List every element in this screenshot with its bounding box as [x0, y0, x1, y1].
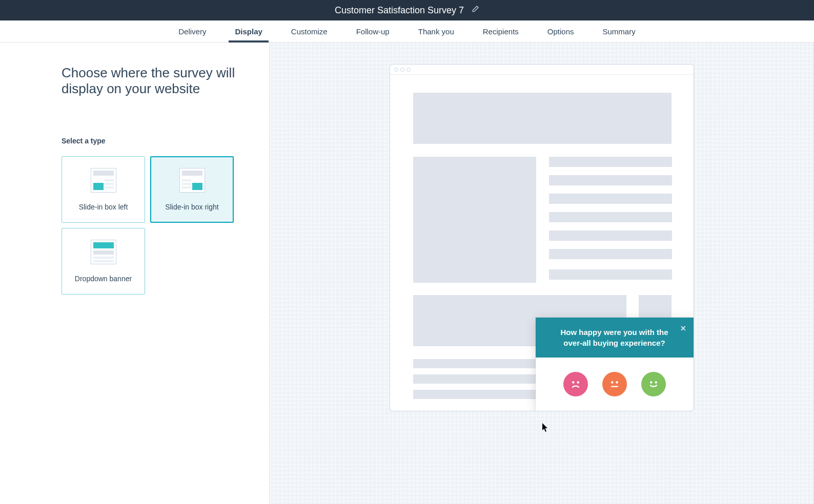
browser-chrome: [390, 65, 694, 75]
top-bar: Customer Satisfaction Survey 7: [0, 0, 814, 20]
tab-label: Customize: [291, 27, 328, 36]
tab-customize[interactable]: Customize: [291, 20, 328, 42]
survey-header: How happy were you with the over-all buy…: [536, 318, 694, 358]
browser-mock: How happy were you with the over-all buy…: [390, 64, 694, 411]
window-dot-icon: [394, 68, 398, 72]
tab-display[interactable]: Display: [235, 20, 262, 42]
type-slide-in-right[interactable]: Slide-in box right: [150, 156, 234, 223]
svg-point-5: [655, 382, 656, 383]
svg-point-4: [650, 382, 652, 383]
survey-title: Customer Satisfaction Survey 7: [335, 5, 464, 16]
panel-heading: Choose where the survey will display on …: [62, 65, 238, 97]
tab-thank-you[interactable]: Thank you: [418, 20, 454, 42]
wire-line: [549, 157, 672, 167]
type-preview-icon: [91, 240, 116, 264]
tab-summary[interactable]: Summary: [603, 20, 636, 42]
survey-popup: How happy were you with the over-all buy…: [536, 318, 694, 411]
wire-line: [549, 194, 672, 204]
wire-line: [549, 230, 672, 241]
rating-neutral[interactable]: [602, 372, 627, 396]
type-card-label: Slide-in box right: [165, 203, 218, 211]
rating-sad[interactable]: [563, 372, 588, 396]
rating-happy[interactable]: [641, 372, 666, 396]
type-dropdown-banner[interactable]: Dropdown banner: [62, 228, 145, 295]
survey-question: How happy were you with the over-all buy…: [560, 328, 668, 347]
wire-block: [413, 157, 536, 283]
type-grid: Slide-in box left Slide-in box right Dro…: [62, 156, 238, 295]
type-section-label: Select a type: [62, 137, 238, 145]
tab-options[interactable]: Options: [547, 20, 574, 42]
svg-point-3: [616, 382, 617, 383]
window-dot-icon: [400, 68, 404, 72]
wire-line: [549, 249, 672, 259]
tab-follow-up[interactable]: Follow-up: [356, 20, 390, 42]
type-card-label: Dropdown banner: [75, 275, 132, 283]
wire-line: [413, 374, 536, 384]
close-icon[interactable]: ✕: [680, 324, 686, 334]
tab-label: Summary: [603, 27, 636, 36]
wire-line: [413, 359, 536, 368]
window-dot-icon: [406, 68, 411, 72]
tab-recipients[interactable]: Recipients: [483, 20, 519, 42]
wire-line: [413, 390, 536, 399]
type-preview-icon: [91, 168, 116, 193]
type-card-label: Slide-in box left: [79, 203, 128, 211]
tab-label: Thank you: [418, 27, 454, 36]
preview-panel: How happy were you with the over-all buy…: [269, 43, 814, 504]
tab-delivery[interactable]: Delivery: [178, 20, 206, 42]
svg-point-0: [573, 382, 574, 383]
tab-label: Options: [547, 27, 574, 36]
edit-title-icon[interactable]: [471, 5, 479, 15]
type-slide-in-left[interactable]: Slide-in box left: [62, 156, 145, 223]
type-preview-icon: [179, 168, 205, 193]
wire-line: [549, 269, 672, 280]
svg-point-2: [612, 382, 613, 383]
wire-block: [413, 93, 671, 144]
tab-label: Display: [235, 27, 262, 36]
svg-point-1: [577, 382, 578, 383]
tab-label: Recipients: [483, 27, 519, 36]
wire-line: [549, 212, 672, 222]
config-panel: Choose where the survey will display on …: [0, 43, 269, 504]
nav-bar: Delivery Display Customize Follow-up Tha…: [0, 20, 814, 43]
rating-faces: [536, 358, 694, 411]
tab-label: Follow-up: [356, 27, 390, 36]
tab-label: Delivery: [178, 27, 206, 36]
wire-line: [549, 175, 672, 185]
